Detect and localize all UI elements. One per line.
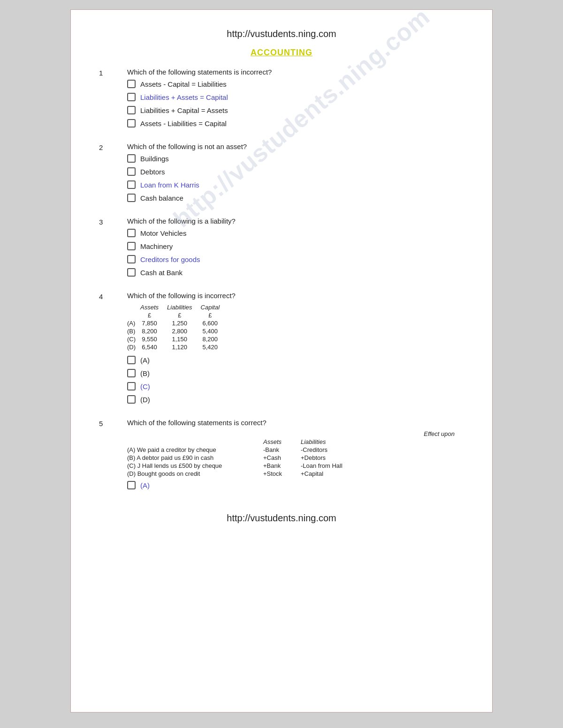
option-checkbox[interactable]: [127, 167, 136, 176]
table-cell-label: (B): [127, 327, 140, 335]
option-checkbox[interactable]: [127, 80, 136, 88]
option-label: Buildings: [140, 155, 169, 163]
col-assets-header: Assets: [140, 303, 167, 311]
effect-assets: -Bank: [263, 446, 301, 453]
table-cell-liabilities: 2,800: [167, 327, 200, 335]
option-checkbox[interactable]: [127, 481, 136, 489]
option-row: Liabilities + Assets = Capital: [127, 93, 464, 101]
option-checkbox[interactable]: [127, 106, 136, 114]
q4-content: Which of the following is incorrect? Ass…: [127, 292, 464, 408]
question-text: Which of the following is a liability?: [127, 217, 464, 225]
option-checkbox[interactable]: [127, 395, 136, 404]
option-checkbox[interactable]: [127, 229, 136, 237]
table-cell-assets: 6,540: [140, 343, 167, 351]
q5-content: Which of the following statements is cor…: [127, 419, 464, 494]
option-checkbox[interactable]: [127, 242, 136, 250]
effect-assets: +Cash: [263, 454, 301, 461]
effect-liabilities-header: Liabilities: [301, 438, 366, 445]
option-label: (C): [140, 383, 150, 390]
table-row: (C)9,5501,1508,200: [127, 335, 228, 343]
option-row: Creditors for goods: [127, 255, 464, 263]
q5-effect-rows: (A) We paid a creditor by cheque-Bank-Cr…: [127, 446, 464, 477]
option-row: Loan from K Harris: [127, 180, 464, 189]
footer-url: http://vustudents.ning.com: [99, 513, 464, 524]
option-label: Motor Vehicles: [140, 229, 186, 237]
option-row: Cash at Bank: [127, 268, 464, 277]
table-cell-liabilities: 1,150: [167, 335, 200, 343]
table-cell-capital: 6,600: [201, 319, 228, 327]
question-block: 3Which of the following is a liability?M…: [99, 217, 464, 281]
table-row: (D)6,5401,1205,420: [127, 343, 228, 351]
effect-row: (C) J Hall lends us £500 by cheque+Bank-…: [127, 462, 464, 469]
table-cell-assets: 7,850: [140, 319, 167, 327]
option-checkbox[interactable]: [127, 268, 136, 277]
option-checkbox[interactable]: [127, 119, 136, 128]
question-number: 3: [99, 217, 127, 226]
option-row: (C): [127, 382, 464, 390]
table-row: (A)7,8501,2506,600: [127, 319, 228, 327]
effect-statement: (B) A debtor paid us £90 in cash: [127, 454, 263, 461]
option-label: Liabilities + Assets = Capital: [140, 93, 228, 101]
option-row: Cash balance: [127, 194, 464, 202]
effect-row: (A) We paid a creditor by cheque-Bank-Cr…: [127, 446, 464, 453]
table-cell-assets: 8,200: [140, 327, 167, 335]
questions-container: 1Which of the following statements is in…: [99, 68, 464, 281]
option-row: Debtors: [127, 167, 464, 176]
effect-statement: (D) Bought goods on credit: [127, 470, 263, 477]
question-number: 2: [99, 143, 127, 151]
question-content: Which of the following is a liability?Mo…: [127, 217, 464, 281]
option-row: Motor Vehicles: [127, 229, 464, 237]
option-checkbox[interactable]: [127, 382, 136, 390]
option-row: (A): [127, 356, 464, 364]
option-checkbox[interactable]: [127, 180, 136, 189]
option-label: Creditors for goods: [140, 255, 200, 263]
option-label: (A): [140, 356, 150, 364]
table-cell-capital: 5,420: [201, 343, 228, 351]
table-cell-liabilities: 1,120: [167, 343, 200, 351]
option-row: Assets - Liabilities = Capital: [127, 119, 464, 128]
table-cell-capital: 5,400: [201, 327, 228, 335]
effect-assets: +Stock: [263, 470, 301, 477]
option-label: Loan from K Harris: [140, 181, 199, 189]
option-label: (A): [140, 481, 150, 489]
effect-row: (B) A debtor paid us £90 in cash+Cash+De…: [127, 454, 464, 461]
option-label: (D): [140, 396, 150, 404]
option-checkbox[interactable]: [127, 154, 136, 163]
q5-options: (A): [127, 481, 464, 489]
question-block: 1Which of the following statements is in…: [99, 68, 464, 132]
option-label: Cash balance: [140, 194, 183, 202]
option-checkbox[interactable]: [127, 356, 136, 364]
option-checkbox[interactable]: [127, 194, 136, 202]
option-row: (B): [127, 369, 464, 377]
option-checkbox[interactable]: [127, 369, 136, 377]
question-block: 2Which of the following is not an asset?…: [99, 143, 464, 207]
q5-number: 5: [99, 419, 127, 428]
header-url: http://vustudents.ning.com: [99, 29, 464, 39]
effect-statement: (A) We paid a creditor by cheque: [127, 446, 263, 453]
effect-assets-header: Assets: [263, 438, 301, 445]
col-assets-sub: £: [140, 311, 167, 319]
table-cell-capital: 8,200: [201, 335, 228, 343]
col-capital-header: Capital: [201, 303, 228, 311]
option-label: Assets - Capital = Liabilities: [140, 80, 227, 88]
option-checkbox[interactable]: [127, 255, 136, 263]
option-checkbox[interactable]: [127, 93, 136, 101]
effect-liabilities: -Loan from Hall: [301, 462, 366, 469]
option-label: Cash at Bank: [140, 269, 183, 277]
col-liabilities-header: Liabilities: [167, 303, 200, 311]
option-row: Machinery: [127, 242, 464, 250]
col-liabilities-sub: £: [167, 311, 200, 319]
option-label: Machinery: [140, 242, 173, 250]
option-row: Liabilities + Capital = Assets: [127, 106, 464, 114]
option-row: Assets - Capital = Liabilities: [127, 80, 464, 88]
effect-title: Effect upon: [424, 430, 455, 437]
q4-text: Which of the following is incorrect?: [127, 292, 464, 300]
question-content: Which of the following statements is inc…: [127, 68, 464, 132]
effect-table: Effect upon Assets Liabilities (A) We pa…: [127, 430, 464, 477]
col-capital-sub: £: [201, 311, 228, 319]
option-label: (B): [140, 369, 150, 377]
effect-liabilities: +Debtors: [301, 454, 366, 461]
table-cell-label: (C): [127, 335, 140, 343]
question-content: Which of the following is not an asset?B…: [127, 143, 464, 207]
table-cell-liabilities: 1,250: [167, 319, 200, 327]
